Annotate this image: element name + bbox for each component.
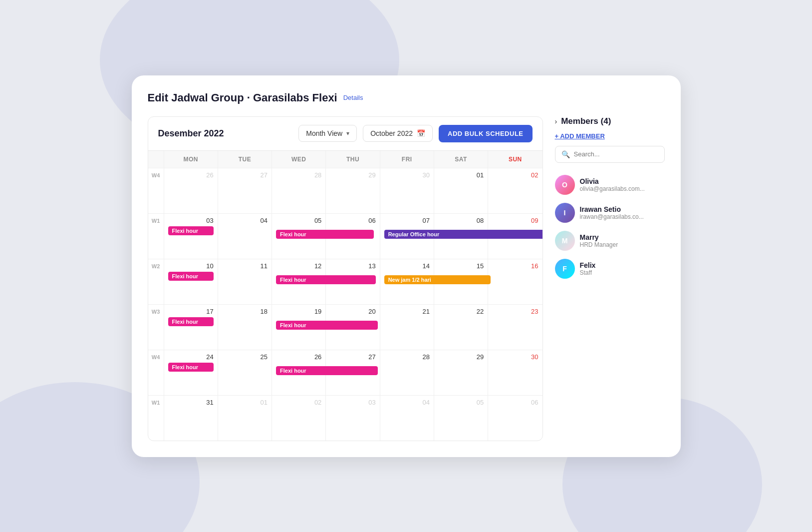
day-number: 13 xyxy=(330,262,375,270)
calendar-toolbar: Desember 2022 Month View ▾ October 2022 … xyxy=(148,117,542,151)
day-number: 23 xyxy=(492,308,538,315)
calendar-day-cell[interactable]: 06 xyxy=(488,396,542,441)
details-link[interactable]: Details xyxy=(343,94,363,101)
header-mon: MON xyxy=(164,151,218,168)
calendar-day-cell[interactable]: 28 xyxy=(272,168,326,213)
calendar-day-cell[interactable]: 07Regular Office hour xyxy=(380,214,434,259)
member-info: FelixStaff xyxy=(580,261,665,276)
calendar-week-row: W210Flexi hour1112Flexi hour1314New jam … xyxy=(148,259,542,304)
calendar-day-cell[interactable]: 27 xyxy=(218,168,272,213)
calendar-day-cell[interactable]: 19Flexi hour xyxy=(272,305,326,350)
calendar-day-cell[interactable]: 30 xyxy=(488,350,542,395)
search-icon: 🔍 xyxy=(561,150,570,158)
main-card: Edit Jadwal Group · Garasilabs Flexi Det… xyxy=(132,75,681,457)
sidebar-chevron-icon[interactable]: › xyxy=(555,117,557,125)
calendar-day-cell[interactable]: 25 xyxy=(218,350,272,395)
event-bar[interactable]: Flexi hour xyxy=(168,317,214,326)
calendar-day-cell[interactable]: 28 xyxy=(380,350,434,395)
header-fri: FRI xyxy=(380,151,434,168)
calendar-day-cell[interactable]: 21 xyxy=(380,305,434,350)
member-item[interactable]: FFelixStaff xyxy=(555,255,665,283)
calendar-day-cell[interactable]: 29 xyxy=(326,168,380,213)
week-label: W4 xyxy=(148,350,164,395)
week-label: W2 xyxy=(148,259,164,304)
day-number: 04 xyxy=(222,217,268,224)
search-input[interactable] xyxy=(574,150,658,158)
calendar-day-cell[interactable]: 10Flexi hour xyxy=(164,259,218,304)
event-bar[interactable]: Flexi hour xyxy=(276,321,378,330)
calendar-day-cell[interactable]: 22 xyxy=(434,305,488,350)
day-number: 17 xyxy=(168,308,214,315)
date-picker-label: October 2022 xyxy=(370,129,413,137)
sidebar: › Members (4) + ADD MEMBER 🔍 OOliviaoliv… xyxy=(555,116,665,441)
day-number: 24 xyxy=(168,353,214,361)
calendar-day-cell[interactable]: 03Flexi hour xyxy=(164,214,218,259)
calendar-day-cell[interactable]: 14New jam 1/2 hari xyxy=(380,259,434,304)
search-box: 🔍 xyxy=(555,146,665,163)
event-bar[interactable]: Flexi hour xyxy=(276,366,378,375)
page-header: Edit Jadwal Group · Garasilabs Flexi Det… xyxy=(148,91,665,104)
calendar-day-cell[interactable]: 17Flexi hour xyxy=(164,305,218,350)
calendar-day-cell[interactable]: 31 xyxy=(164,396,218,441)
day-number: 27 xyxy=(222,171,268,179)
member-sub: irawan@garasilabs.co... xyxy=(580,213,665,220)
calendar-day-cell[interactable]: 12Flexi hour xyxy=(272,259,326,304)
member-item[interactable]: MMarryHRD Manager xyxy=(555,227,665,255)
sidebar-title: Members (4) xyxy=(561,116,611,126)
calendar-day-cell[interactable]: 02 xyxy=(488,168,542,213)
day-number: 27 xyxy=(330,353,375,361)
day-number: 06 xyxy=(492,399,538,406)
event-bar[interactable]: Flexi hour xyxy=(276,275,376,284)
day-number: 03 xyxy=(168,217,214,224)
calendar-day-cell[interactable]: 04 xyxy=(218,214,272,259)
day-number: 11 xyxy=(222,262,268,270)
calendar-day-cell[interactable]: 26 xyxy=(164,168,218,213)
event-bar[interactable]: Flexi hour xyxy=(168,226,214,235)
day-number: 28 xyxy=(276,171,321,179)
add-member-link[interactable]: + ADD MEMBER xyxy=(555,132,665,140)
calendar-day-cell[interactable]: 24Flexi hour xyxy=(164,350,218,395)
day-number: 04 xyxy=(384,399,430,406)
calendar-day-cell[interactable]: 05Flexi hour xyxy=(272,214,326,259)
event-bar[interactable]: Flexi hour xyxy=(276,230,374,239)
member-item[interactable]: IIrawan Setioirawan@garasilabs.co... xyxy=(555,199,665,227)
day-number: 05 xyxy=(276,217,321,224)
event-bar[interactable]: Flexi hour xyxy=(168,363,214,372)
calendar-day-cell[interactable]: 23 xyxy=(488,305,542,350)
calendar-day-cell[interactable]: 04 xyxy=(380,396,434,441)
calendar-day-cell[interactable]: 26Flexi hour xyxy=(272,350,326,395)
date-picker-button[interactable]: October 2022 📅 xyxy=(363,125,433,142)
avatar: F xyxy=(555,259,575,279)
week-label: W1 xyxy=(148,396,164,441)
week-label-header xyxy=(148,151,164,168)
day-number: 21 xyxy=(384,308,430,315)
event-bar[interactable]: Flexi hour xyxy=(168,272,214,281)
member-item[interactable]: OOliviaolivia@garasilabs.com... xyxy=(555,171,665,199)
event-bar[interactable]: Regular Office hour xyxy=(384,230,543,239)
event-bar[interactable]: New jam 1/2 hari xyxy=(384,275,491,284)
chevron-down-icon: ▾ xyxy=(346,130,349,137)
avatar: M xyxy=(555,231,575,251)
day-number: 07 xyxy=(384,217,430,224)
calendar-day-cell[interactable]: 29 xyxy=(434,350,488,395)
calendar-day-cell[interactable]: 02 xyxy=(272,396,326,441)
member-name: Irawan Setio xyxy=(580,205,665,213)
view-select-button[interactable]: Month View ▾ xyxy=(298,125,357,142)
add-bulk-schedule-button[interactable]: ADD BULK SCHEDULE xyxy=(439,125,533,142)
member-info: MarryHRD Manager xyxy=(580,233,665,248)
calendar-day-cell[interactable]: 05 xyxy=(434,396,488,441)
member-sub: Staff xyxy=(580,269,665,276)
day-number: 19 xyxy=(276,308,321,315)
day-number: 16 xyxy=(492,262,538,270)
calendar-day-cell[interactable]: 30 xyxy=(380,168,434,213)
calendar-day-cell[interactable]: 18 xyxy=(218,305,272,350)
view-select-label: Month View xyxy=(306,129,342,137)
calendar-month-title: Desember 2022 xyxy=(158,128,293,139)
calendar-day-cell[interactable]: 01 xyxy=(218,396,272,441)
calendar-day-cell[interactable]: 11 xyxy=(218,259,272,304)
calendar-day-cell[interactable]: 03 xyxy=(326,396,380,441)
day-number: 25 xyxy=(222,353,268,361)
calendar-day-cell[interactable]: 01 xyxy=(434,168,488,213)
calendar-week-row: W317Flexi hour1819Flexi hour20212223 xyxy=(148,304,542,350)
calendar-day-cell[interactable]: 16 xyxy=(488,259,542,304)
